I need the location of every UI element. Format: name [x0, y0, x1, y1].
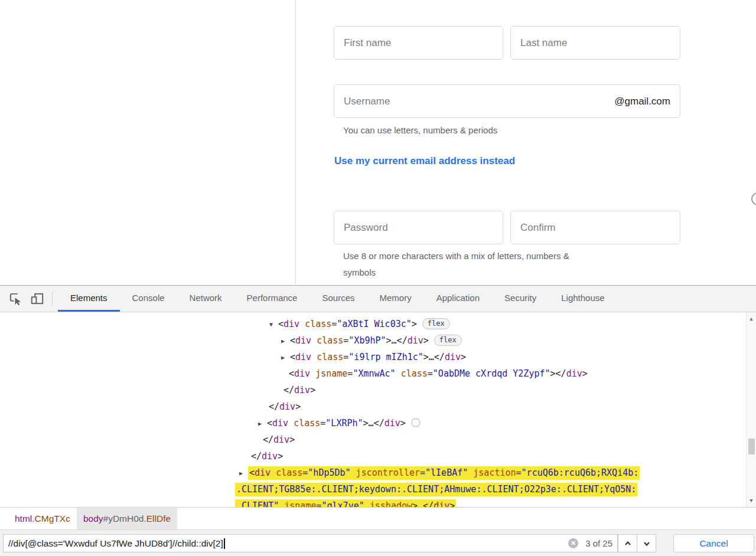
scroll-down-icon[interactable]: ▼ [747, 498, 756, 503]
breadcrumb-item-html[interactable]: html.CMgTXc [8, 508, 77, 529]
dom-tree-line[interactable]: ▼<div class="aXBtI Wic03c">flex [269, 316, 450, 332]
devtools-tabs: ElementsConsoleNetworkPerformanceSources… [58, 286, 617, 312]
previous-match-button[interactable] [618, 534, 637, 552]
devtools-search-bar: //div[@class='Wxwduf Us7fWe JhUD8d']//ch… [0, 529, 756, 556]
tab-console[interactable]: Console [120, 286, 177, 312]
code-token: < [290, 335, 295, 346]
dom-tree-line[interactable]: ▶<div class="Xb9hP">…</div>flex [281, 332, 462, 349]
last-name-input[interactable] [520, 37, 670, 49]
search-highlight: <div class="hDp5Db" jscontroller="lIeBAf… [248, 466, 640, 480]
code-token: > [400, 418, 406, 429]
code-token: class [288, 418, 320, 429]
code-token: div [294, 368, 310, 379]
dom-tree-line[interactable]: </div> [263, 431, 295, 448]
device-toolbar-icon[interactable] [28, 290, 47, 308]
password-field[interactable] [334, 211, 503, 244]
code-token: > [310, 385, 315, 395]
code-token: .CLIENT" [236, 501, 279, 507]
tab-performance[interactable]: Performance [234, 286, 310, 312]
show-password-icon[interactable] [751, 192, 756, 205]
code-token: </ [284, 385, 294, 395]
code-token: ></ [550, 368, 566, 379]
code-token: jsname [279, 501, 316, 507]
scroll-thumb[interactable] [748, 439, 755, 454]
code-token: </ [263, 434, 273, 445]
code-token: jsaction [468, 467, 516, 478]
code-token: "Xb9hP" [348, 335, 386, 346]
code-token: div [272, 418, 288, 429]
cancel-button[interactable]: Cancel [673, 534, 754, 552]
twisty-icon[interactable]: ▼ [269, 316, 278, 333]
text-caret [224, 538, 225, 549]
code-token: = [420, 467, 425, 478]
username-input[interactable] [344, 96, 610, 107]
confirm-password-field[interactable] [510, 211, 680, 244]
tab-elements[interactable]: Elements [58, 286, 120, 312]
password-input[interactable] [344, 222, 493, 234]
code-token: >…</ [363, 418, 384, 429]
username-field[interactable]: @gmail.com [334, 84, 680, 118]
code-token: >…</ [412, 501, 434, 507]
dom-tree-line[interactable]: .CLIENT" jsname="qlx7ve" jsshadow>…</div… [235, 498, 456, 507]
code-token: > [423, 335, 429, 346]
first-name-field[interactable] [334, 26, 503, 60]
dom-tree-line[interactable]: .CLIENT;TGB85e:.CLIENT;keydown:.CLIENT;A… [235, 481, 637, 498]
inspect-element-icon[interactable] [6, 290, 25, 308]
tab-application[interactable]: Application [424, 286, 492, 312]
code-token: > [461, 352, 466, 362]
scrollbar[interactable]: ▲ ▼ [746, 312, 756, 507]
code-token: >…</ [386, 335, 408, 346]
confirm-password-input[interactable] [520, 222, 670, 234]
code-token: "lIeBAf" [425, 467, 468, 478]
code-token: < [267, 418, 272, 429]
twisty-icon[interactable]: ▶ [258, 416, 267, 432]
code-token: div [255, 467, 271, 478]
flex-badge[interactable]: flex [434, 335, 462, 346]
code-token: div [384, 418, 400, 429]
last-name-field[interactable] [510, 26, 680, 60]
breadcrumb-item-body[interactable]: body#yDmH0d.EllDfe [77, 508, 177, 529]
code-token: = [516, 467, 522, 478]
code-token: .CLIENT;TGB85e:.CLIENT;keydown:.CLIENT;A… [236, 484, 636, 495]
dom-tree-line[interactable]: </div> [251, 448, 283, 465]
tab-sources[interactable]: Sources [309, 286, 367, 312]
adorner-circle-icon[interactable] [411, 418, 421, 427]
dom-tree-line[interactable]: ▶<div class="i9lrp mIZh1c">…</div> [281, 349, 466, 365]
screen: @gmail.com You can use letters, numbers … [0, 0, 756, 556]
dom-tree-line[interactable]: ▶<div class="hDp5Db" jscontroller="lIeBA… [239, 465, 640, 481]
search-input[interactable]: //div[@class='Wxwduf Us7fWe JhUD8d']//ch… [3, 534, 618, 552]
flex-badge[interactable]: flex [422, 318, 450, 329]
code-token: div [295, 335, 311, 346]
twisty-icon[interactable]: ▶ [281, 333, 290, 349]
tab-memory[interactable]: Memory [367, 286, 424, 312]
dom-tree-line[interactable]: </div> [269, 398, 301, 415]
code-token: "OabDMe cXrdqd Y2Zypf" [433, 368, 550, 379]
code-token: div [284, 319, 299, 329]
tab-network[interactable]: Network [177, 286, 234, 312]
password-helper-text: Use 8 or more characters with a mix of l… [343, 248, 650, 281]
twisty-icon[interactable]: ▶ [239, 465, 248, 482]
code-token: body [83, 514, 103, 524]
code-token: > [449, 501, 455, 507]
scroll-up-icon[interactable]: ▲ [747, 316, 756, 322]
code-token: > [278, 451, 283, 462]
elements-tree-panel: ▼<div class="aXBtI Wic03c">flex▶<div cla… [0, 312, 756, 507]
twisty-icon[interactable]: ▶ [281, 349, 290, 366]
code-token: </ [251, 451, 262, 462]
tab-lighthouse[interactable]: Lighthouse [549, 286, 617, 312]
code-token: .EllDfe [144, 514, 171, 524]
tab-security[interactable]: Security [492, 286, 549, 312]
code-token: = [343, 352, 348, 362]
dom-tree-line[interactable]: ▶<div class="LXRPh">…</div> [258, 415, 421, 431]
clear-search-icon[interactable]: ✕ [568, 538, 578, 548]
next-match-button[interactable] [637, 534, 656, 552]
dom-tree-line[interactable]: </div> [284, 382, 315, 398]
use-current-email-link[interactable]: Use my current email address instead [334, 155, 515, 167]
search-query-text: //div[@class='Wxwduf Us7fWe JhUD8d']//ch… [8, 538, 223, 549]
dom-tree-line[interactable]: <div jsname="XmnwAc" class="OabDMe cXrdq… [289, 365, 588, 382]
username-helper-text: You can use letters, numbers & periods [343, 122, 497, 139]
code-token: div [273, 434, 289, 445]
code-token: class [311, 352, 343, 362]
first-name-input[interactable] [344, 37, 493, 49]
code-token: >…</ [423, 352, 445, 362]
